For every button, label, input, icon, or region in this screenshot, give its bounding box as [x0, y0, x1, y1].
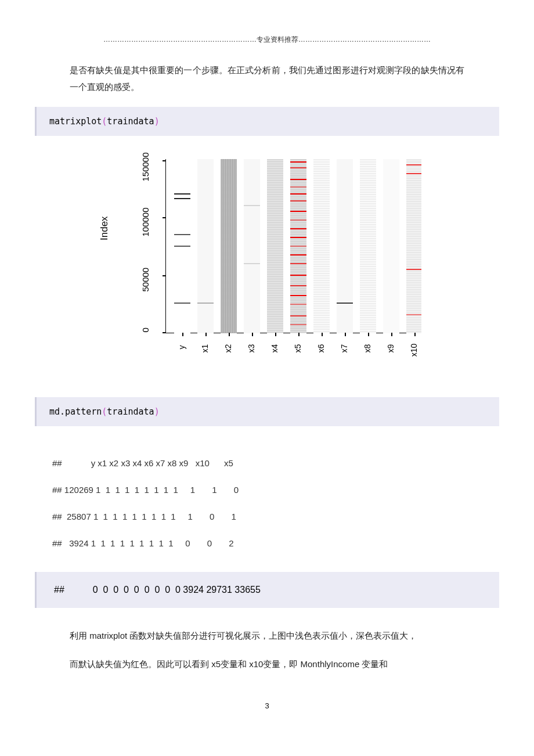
col-x1	[197, 159, 214, 333]
x-tickmark	[205, 333, 207, 336]
x-tick-x9: x9	[386, 340, 395, 357]
header-label: 专业资料推荐	[257, 35, 298, 44]
col-y	[174, 159, 190, 333]
header-dots-left: …………………………………………………………	[103, 35, 257, 44]
svg-rect-6	[197, 159, 214, 333]
output-footer: ## 0 0 0 0 0 0 0 0 0 3924 29731 33655	[54, 585, 482, 595]
code-block-2: md.pattern(traindata)	[35, 397, 499, 426]
x-tickmark	[322, 333, 323, 336]
svg-rect-9	[221, 159, 237, 333]
x-tick-x8: x8	[363, 340, 372, 357]
x-tick-x2: x2	[223, 340, 233, 357]
x-tickmark	[252, 333, 253, 336]
x-tick-x10: x10	[409, 341, 418, 359]
x-tickmark	[182, 333, 183, 336]
document-page: …………………………………………………………专业资料推荐…………………………………	[0, 0, 534, 733]
code-paren-l: (	[102, 116, 107, 127]
code-block-1: matrixplot(traindata)	[35, 107, 499, 136]
col-x2	[221, 159, 237, 333]
x-tickmark	[345, 333, 346, 336]
output-block: ## y x1 x2 x3 x4 x6 x7 x8 x9 x10 x5 ## 1…	[35, 438, 499, 569]
y-tick-2: 100000	[140, 207, 150, 236]
x-tickmark	[275, 333, 276, 336]
code-arg: traindata	[107, 116, 154, 127]
col-x7	[337, 159, 353, 333]
col-x6	[313, 159, 330, 333]
svg-rect-37	[313, 159, 330, 333]
x-tick-x5: x5	[293, 340, 302, 357]
paragraph-3: 而默认缺失值为红色。因此可以看到 x5变量和 x10变量，即 MonthlyIn…	[70, 656, 464, 673]
col-x4	[267, 159, 283, 333]
svg-rect-44	[406, 159, 421, 333]
matrixplot-svg	[166, 159, 421, 333]
code-fn: md.pattern	[49, 406, 102, 417]
y-axis-label: Index	[99, 216, 110, 240]
x-ticks: y x1 x2 x3 x4 x5 x6 x7 x8 x9 x10	[165, 338, 421, 361]
x-tickmark	[414, 333, 416, 336]
x-tick-x7: x7	[340, 340, 349, 357]
code-fn: matrixplot	[49, 116, 102, 127]
y-tick-3: 150000	[140, 152, 150, 181]
code-paren-r: )	[154, 116, 160, 127]
output-row: ## 25807 1 1 1 1 1 1 1 1 1 1 0 1	[52, 510, 482, 524]
code-paren-l: (	[102, 406, 107, 417]
output-footer-block: ## 0 0 0 0 0 0 0 0 0 3924 29731 33655	[35, 572, 499, 608]
y-tick-0: 0	[140, 327, 150, 332]
col-x8	[360, 159, 376, 333]
code-paren-r: )	[154, 406, 160, 417]
svg-rect-14	[267, 159, 283, 333]
paragraph-2: 利用 matrixplot 函数对缺失值部分进行可视化展示，上图中浅色表示值小，…	[70, 628, 464, 645]
output-row: ## 120269 1 1 1 1 1 1 1 1 1 1 1 0	[52, 483, 482, 497]
x-tickmark	[368, 333, 369, 336]
y-tick-1: 50000	[140, 268, 150, 292]
x-tick-x4: x4	[270, 340, 279, 357]
y-ticks: 0 50000 100000 150000	[122, 153, 163, 339]
svg-rect-41	[360, 159, 376, 333]
plot-area	[165, 159, 421, 333]
paragraph-1: 是否有缺失值是其中很重要的一个步骤。在正式分析前，我们先通过图形进行对观测字段的…	[70, 62, 464, 95]
x-tick-y: y	[177, 339, 186, 356]
svg-rect-42	[383, 159, 399, 333]
x-tickmark	[229, 333, 230, 336]
x-tick-x1: x1	[200, 340, 210, 357]
col-x9	[383, 159, 399, 333]
col-x10	[406, 159, 421, 333]
x-tickmark	[391, 333, 392, 336]
svg-rect-38	[337, 159, 353, 333]
code-arg: traindata	[107, 406, 154, 417]
x-tick-x3: x3	[247, 340, 256, 357]
col-x5	[290, 159, 306, 333]
col-x3	[244, 159, 260, 333]
output-header: ## y x1 x2 x3 x4 x6 x7 x8 x9 x10 x5	[52, 456, 482, 470]
header-dots-right: …………………………………………………	[298, 35, 431, 44]
x-tickmark	[298, 333, 300, 336]
x-tick-x6: x6	[316, 340, 326, 357]
svg-rect-10	[244, 159, 260, 333]
output-row: ## 3924 1 1 1 1 1 1 1 1 1 0 0 2	[52, 537, 482, 550]
page-number: 3	[35, 701, 499, 710]
matrixplot-chart: Index 0 50000 100000 150000	[104, 153, 430, 368]
header-ornament: …………………………………………………………专业资料推荐…………………………………	[35, 35, 499, 45]
